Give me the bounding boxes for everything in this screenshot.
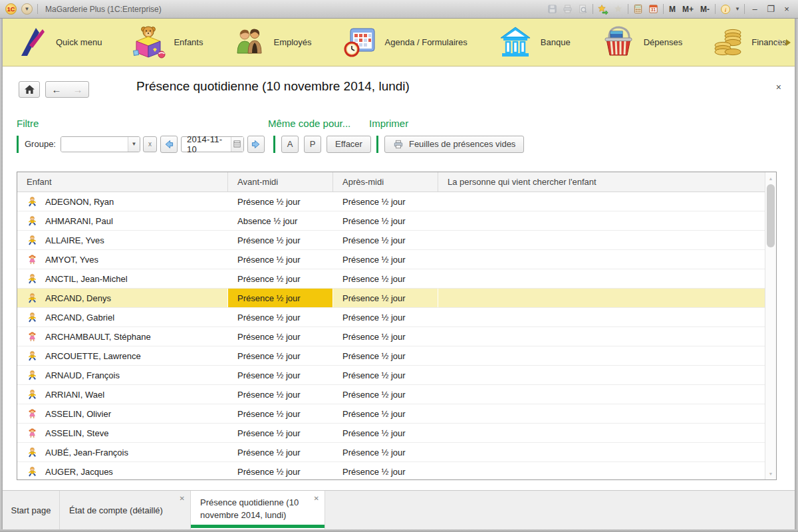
apres-midi-cell[interactable]: Présence ½ jour: [333, 269, 438, 288]
toolbar-item-enfants[interactable]: Enfants: [132, 24, 203, 61]
avant-midi-cell[interactable]: Présence ½ jour: [228, 269, 333, 288]
all-pm-button[interactable]: P: [304, 136, 321, 153]
table-row[interactable]: ANCTIL, Jean-Michel Présence ½ jour Prés…: [17, 269, 765, 289]
scroll-up-icon[interactable]: ▲: [765, 174, 776, 183]
groupe-clear-button[interactable]: x: [143, 136, 157, 152]
avant-midi-cell[interactable]: Présence ½ jour: [228, 443, 333, 462]
form-close-icon[interactable]: ×: [776, 82, 781, 92]
column-header-enfant[interactable]: Enfant: [17, 172, 228, 192]
app-icon[interactable]: 1C: [5, 3, 17, 15]
column-header-apres-midi[interactable]: Après-midi: [333, 172, 438, 192]
apres-midi-cell[interactable]: Présence ½ jour: [333, 289, 438, 307]
avant-midi-cell[interactable]: Présence ½ jour: [228, 289, 333, 307]
table-row[interactable]: ASSELIN, Steve Présence ½ jour Présence …: [17, 424, 765, 443]
feuilles-presences-button[interactable]: Feuilles de présences vides: [384, 136, 524, 153]
pickup-cell[interactable]: [438, 250, 765, 269]
pickup-cell[interactable]: [438, 404, 765, 423]
groupe-select[interactable]: ▼: [61, 136, 140, 152]
table-row[interactable]: ARCAND, Gabriel Présence ½ jour Présence…: [17, 308, 765, 327]
memory-m-plus-button[interactable]: M+: [681, 5, 695, 14]
apres-midi-cell[interactable]: Présence ½ jour: [333, 346, 438, 365]
table-row[interactable]: ALLAIRE, Yves Présence ½ jour Présence ½…: [17, 231, 765, 250]
chevron-down-icon[interactable]: ▼: [128, 137, 140, 152]
column-header-pickup[interactable]: La personne qui vient chercher l'enfant: [438, 172, 765, 192]
avant-midi-cell[interactable]: Présence ½ jour: [228, 327, 333, 346]
apres-midi-cell[interactable]: Présence ½ jour: [333, 250, 438, 269]
table-row[interactable]: AHMARANI, Paul Absence ½ jour Présence ½…: [17, 211, 765, 231]
tab-start-page[interactable]: Start page: [3, 491, 60, 529]
apres-midi-cell[interactable]: Présence ½ jour: [333, 192, 438, 211]
print-icon[interactable]: [562, 3, 573, 15]
tab-presence-quotidienne[interactable]: Présence quotidienne (10 novembre 2014, …: [191, 491, 325, 529]
close-button[interactable]: ×: [781, 4, 793, 14]
apres-midi-cell[interactable]: Présence ½ jour: [333, 327, 438, 346]
pickup-cell[interactable]: [438, 308, 765, 327]
avant-midi-cell[interactable]: Présence ½ jour: [228, 424, 333, 442]
toolbar-item-banque[interactable]: Banque: [498, 25, 571, 60]
table-row[interactable]: AUBÉ, Jean-François Présence ½ jour Prés…: [17, 443, 765, 462]
calculator-icon[interactable]: [632, 3, 644, 15]
pickup-cell[interactable]: [438, 211, 765, 230]
table-row[interactable]: AMYOT, Yves Présence ½ jour Présence ½ j…: [17, 250, 765, 269]
apres-midi-cell[interactable]: Présence ½ jour: [333, 308, 438, 327]
table-row[interactable]: ADEGNON, Ryan Présence ½ jour Présence ½…: [17, 192, 765, 211]
save-icon[interactable]: [547, 3, 558, 15]
favorite-add-icon[interactable]: [597, 3, 608, 15]
minimize-button[interactable]: –: [749, 4, 761, 14]
date-value[interactable]: 2014-11-10: [182, 134, 231, 154]
avant-midi-cell[interactable]: Présence ½ jour: [228, 462, 333, 480]
next-day-button[interactable]: [247, 136, 265, 153]
date-field[interactable]: 2014-11-10: [181, 136, 244, 152]
avant-midi-cell[interactable]: Présence ½ jour: [228, 308, 333, 327]
tab-close-icon[interactable]: ✕: [180, 495, 185, 502]
scrollbar-thumb[interactable]: [767, 184, 775, 247]
pickup-cell[interactable]: [438, 346, 765, 365]
avant-midi-cell[interactable]: Présence ½ jour: [228, 404, 333, 423]
pickup-cell[interactable]: [438, 289, 765, 307]
avant-midi-cell[interactable]: Présence ½ jour: [228, 250, 333, 269]
apres-midi-cell[interactable]: Présence ½ jour: [333, 211, 438, 230]
apres-midi-cell[interactable]: Présence ½ jour: [333, 385, 438, 404]
avant-midi-cell[interactable]: Absence ½ jour: [228, 211, 333, 230]
toolbar-item-quick-menu[interactable]: Quick menu: [16, 24, 102, 61]
memory-m-button[interactable]: M: [668, 5, 677, 14]
calendar-picker-icon[interactable]: [231, 137, 243, 152]
table-row[interactable]: ASSELIN, Olivier Présence ½ jour Présenc…: [17, 404, 765, 424]
table-row[interactable]: ARCAND, Denys Présence ½ jour Présence ½…: [17, 289, 765, 308]
pickup-cell[interactable]: [438, 192, 765, 211]
home-button[interactable]: [19, 81, 40, 98]
preview-icon[interactable]: [577, 3, 589, 15]
back-button[interactable]: ←: [46, 82, 67, 97]
vertical-scrollbar[interactable]: ▲ ▼: [765, 172, 776, 479]
pickup-cell[interactable]: [438, 327, 765, 346]
apres-midi-cell[interactable]: Présence ½ jour: [333, 462, 438, 480]
pickup-cell[interactable]: [438, 443, 765, 462]
avant-midi-cell[interactable]: Présence ½ jour: [228, 192, 333, 211]
all-am-button[interactable]: A: [281, 136, 299, 153]
tab-etat-de-compte[interactable]: État de compte (détaillé) ✕: [60, 491, 191, 529]
effacer-button[interactable]: Effacer: [327, 136, 371, 153]
pickup-cell[interactable]: [438, 231, 765, 249]
pickup-cell[interactable]: [438, 366, 765, 384]
toolbar-item-depenses[interactable]: Dépenses: [601, 25, 683, 60]
tab-close-icon[interactable]: ✕: [314, 495, 319, 502]
info-icon[interactable]: i: [720, 3, 731, 15]
calendar-icon[interactable]: 31: [648, 3, 659, 15]
apres-midi-cell[interactable]: Présence ½ jour: [333, 443, 438, 462]
avant-midi-cell[interactable]: Présence ½ jour: [228, 385, 333, 404]
pickup-cell[interactable]: [438, 424, 765, 442]
column-header-avant-midi[interactable]: Avant-midi: [228, 172, 333, 192]
toolbar-item-agenda[interactable]: Agenda / Formulaires: [342, 25, 467, 60]
pickup-cell[interactable]: [438, 462, 765, 480]
apres-midi-cell[interactable]: Présence ½ jour: [333, 366, 438, 384]
pickup-cell[interactable]: [438, 385, 765, 404]
table-row[interactable]: ARNAUD, François Présence ½ jour Présenc…: [17, 366, 765, 385]
toolbar-item-employes[interactable]: Employés: [233, 25, 311, 59]
memory-m-minus-button[interactable]: M-: [699, 5, 711, 14]
table-row[interactable]: ARCHAMBAULT, Stéphane Présence ½ jour Pr…: [17, 327, 765, 346]
scroll-down-icon[interactable]: ▼: [765, 469, 776, 478]
chevron-down-icon[interactable]: ▼: [735, 6, 740, 12]
apres-midi-cell[interactable]: Présence ½ jour: [333, 231, 438, 249]
table-row[interactable]: AUGER, Jacques Présence ½ jour Présence …: [17, 462, 765, 480]
maximize-button[interactable]: ❐: [765, 4, 777, 14]
